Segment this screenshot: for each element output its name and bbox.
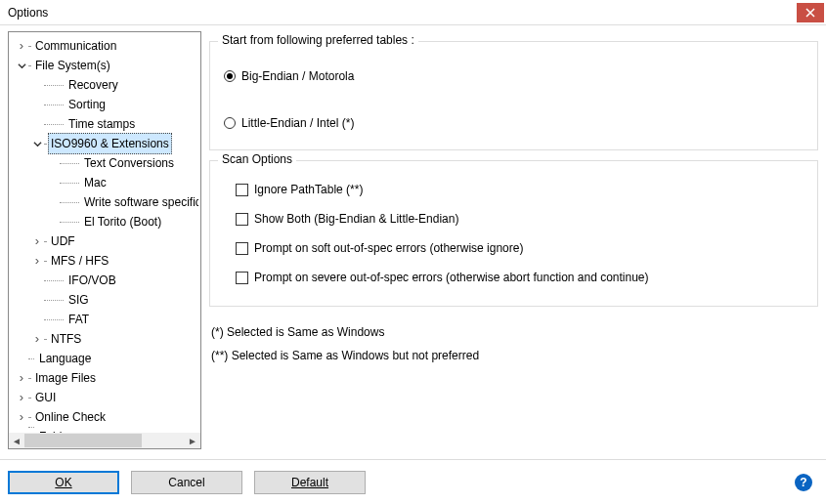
checkbox-label: Prompt on soft out-of-spec errors (other… [254,241,523,255]
tree-item[interactable]: ›Online Check [11,407,200,427]
radio-label: Little-Endian / Intel (*) [241,116,354,130]
tree-connector [28,358,34,359]
radio-big-endian[interactable]: Big-Endian / Motorola [224,69,804,83]
tree-connector [44,280,64,281]
footnote-1: (*) Selected is Same as Windows [211,320,818,344]
tree-connector [28,398,30,399]
tree-item-label: ISO9960 & Extensions [48,133,172,154]
scroll-left-arrow[interactable]: ◄ [9,433,24,448]
default-button-label: Default [291,476,328,489]
chevron-down-icon[interactable] [30,137,44,150]
tree-item-label: Online Check [32,407,109,427]
window-title: Options [8,6,48,20]
options-tree-pane: ›CommunicationFile System(s)·Recovery·So… [8,31,201,449]
checkbox-ignore-pathtable[interactable]: Ignore PathTable (**) [236,183,804,196]
chevron-down-icon[interactable] [15,59,28,72]
tree-connector [28,65,30,66]
tree-connector [28,427,34,428]
tree-item-label: SIG [65,290,92,310]
tree-connector [28,46,30,47]
tree-item[interactable]: ·El Torito (Boot) [11,212,200,231]
footnotes: (*) Selected is Same as Windows (**) Sel… [209,320,818,367]
chevron-right-icon[interactable]: › [15,371,28,385]
radio-little-endian[interactable]: Little-Endian / Intel (*) [224,116,804,130]
tree-connector [44,144,46,145]
checkbox-label: Show Both (Big-Endian & Little-Endian) [254,212,458,226]
tree-connector [44,261,46,262]
tree-item[interactable]: ·IFO/VOB [11,271,200,290]
tree-item[interactable]: ·Text Conversions [11,153,200,173]
tree-item[interactable]: ·Time stamps [11,114,200,134]
tree-horizontal-scrollbar[interactable]: ◄ ► [9,433,200,448]
tree-item[interactable]: File System(s) [11,56,200,75]
tree-item-label: Language [36,349,94,368]
tree-item-label: Sorting [65,95,109,114]
checkbox-icon [236,213,248,226]
checkbox-show-both[interactable]: Show Both (Big-Endian & Little-Endian) [236,212,804,226]
checkbox-icon [236,242,248,255]
tree-connector [44,105,64,105]
tree-item[interactable]: ·SIG [11,290,200,310]
checkbox-prompt-soft[interactable]: Prompt on soft out-of-spec errors (other… [236,241,804,255]
scroll-thumb[interactable] [24,434,142,447]
tree-item[interactable]: ›Image Files [11,368,200,388]
preferred-tables-group: Start from following preferred tables : … [209,41,818,150]
tree-item[interactable]: ·Write software specific [11,192,200,212]
chevron-right-icon[interactable]: › [15,39,28,53]
ok-button-label: OK [55,476,71,489]
tree-item-label: UDF [48,231,78,251]
chevron-right-icon[interactable]: › [30,254,44,268]
radio-icon [224,117,236,129]
tree-item[interactable]: ·Mac [11,173,200,192]
checkbox-prompt-severe[interactable]: Prompt on severe out-of-spec errors (oth… [236,271,804,284]
tree-item-label: File System(s) [32,56,113,75]
tree-connector [44,241,46,242]
options-tree[interactable]: ›CommunicationFile System(s)·Recovery·So… [9,32,200,433]
tree-connector [28,378,30,379]
checkbox-label: Prompt on severe out-of-spec errors (oth… [254,271,649,284]
tree-item-label: Recovery [65,75,121,95]
tree-item[interactable]: ›MFS / HFS [11,251,200,271]
tree-item[interactable]: ›NTFS [11,329,200,349]
tree-connector [60,222,79,223]
scroll-track[interactable] [24,433,185,448]
cancel-button-label: Cancel [168,476,204,489]
radio-label: Big-Endian / Motorola [241,69,354,83]
tree-item[interactable]: ISO9960 & Extensions [11,134,200,153]
tree-item[interactable]: ›GUI [11,388,200,407]
tree-item[interactable]: ·Language [11,349,200,368]
tree-item-label: GUI [32,388,59,407]
scroll-right-arrow[interactable]: ► [185,433,200,448]
chevron-right-icon[interactable]: › [30,332,44,346]
chevron-right-icon[interactable]: › [15,391,28,404]
tree-connector [60,163,79,164]
help-icon: ? [800,476,806,489]
help-button[interactable]: ? [795,474,812,491]
tree-item-label: El Torito (Boot) [81,212,164,231]
close-button[interactable] [797,3,824,22]
tree-item[interactable]: ·Sorting [11,95,200,114]
tree-connector [28,417,30,418]
tree-item[interactable]: ›UDF [11,231,200,251]
scan-options-group: Scan Options Ignore PathTable (**) Show … [209,160,818,307]
radio-icon [224,70,236,82]
tree-item-label: Text Conversions [81,153,177,173]
chevron-right-icon[interactable]: › [30,234,44,248]
tree-connector [44,339,46,340]
tree-item-label: NTFS [48,329,84,349]
tree-item[interactable]: ·Recovery [11,75,200,95]
tree-connector [44,319,64,320]
tree-item[interactable]: ›Communication [11,36,200,56]
tree-item-label: Mac [81,173,109,192]
close-icon [805,8,815,18]
footnote-2: (**) Selected is Same as Windows but not… [211,344,818,367]
tree-connector [44,124,64,125]
tree-item[interactable]: ·FAT [11,310,200,329]
tree-item-label: FAT [65,310,92,329]
default-button[interactable]: Default [254,471,366,494]
cancel-button[interactable]: Cancel [131,471,242,494]
tree-item-label: MFS / HFS [48,251,111,271]
chevron-right-icon[interactable]: › [15,410,28,424]
tree-item-label: Image Files [32,368,99,388]
ok-button[interactable]: OK [8,471,119,494]
